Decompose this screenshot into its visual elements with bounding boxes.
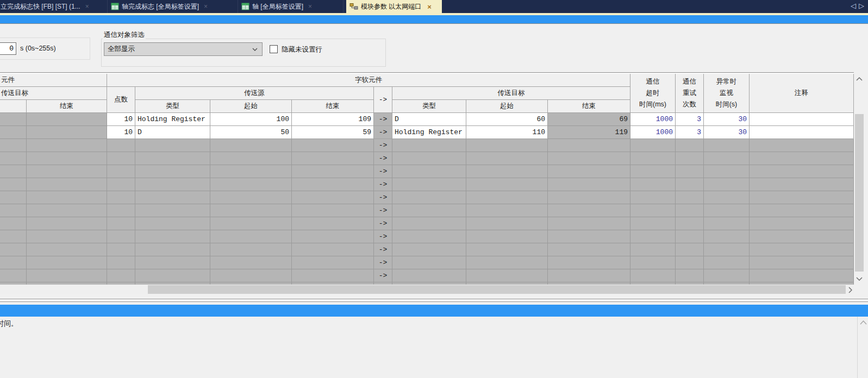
arrow-cell: -> xyxy=(374,139,392,152)
tab-axis-completion-flag[interactable]: 轴完成标志 [全局标签设置] × xyxy=(108,0,238,13)
empty-cell xyxy=(107,243,135,256)
retry-cell[interactable]: 3 xyxy=(676,113,704,126)
tgt-start-cell[interactable]: 60 xyxy=(466,113,548,126)
tab-close-icon[interactable]: × xyxy=(308,3,312,10)
empty-cell xyxy=(107,191,135,204)
empty-cell xyxy=(750,230,854,243)
empty-cell xyxy=(107,139,135,152)
empty-cell xyxy=(107,178,135,191)
empty-cell xyxy=(392,217,466,230)
empty-cell xyxy=(750,256,854,269)
panel-scroll-up-icon[interactable] xyxy=(860,320,867,325)
empty-cell xyxy=(135,204,210,217)
header-error-monitor: 异常时 监视 时间(s) xyxy=(704,74,750,113)
monitor-cell[interactable]: 30 xyxy=(704,113,750,126)
empty-cell xyxy=(750,165,854,178)
empty-cell xyxy=(548,243,630,256)
header-tgt-type: 类型 xyxy=(392,100,466,113)
empty-cell xyxy=(27,256,107,269)
scroll-down-icon[interactable] xyxy=(856,277,863,281)
empty-cell xyxy=(704,139,750,152)
tab-close-icon[interactable]: × xyxy=(427,3,432,11)
tab-close-icon[interactable]: × xyxy=(85,3,89,10)
header-blank xyxy=(0,100,27,113)
bit-end-cell xyxy=(27,113,107,126)
table-vertical-scrollbar[interactable] xyxy=(854,74,865,284)
tab-close-icon[interactable]: × xyxy=(204,3,208,10)
arrow-cell: -> xyxy=(374,178,392,191)
src-end-cell[interactable]: 59 xyxy=(292,126,374,139)
vertical-scroll-thumb[interactable] xyxy=(855,114,864,272)
tab-module-parameter-ethernet[interactable]: 模块参数 以太网端口 × xyxy=(346,0,442,13)
empty-cell xyxy=(135,139,210,152)
empty-cell xyxy=(0,243,27,256)
empty-cell xyxy=(135,230,210,243)
header-comment: 注释 xyxy=(750,74,854,113)
empty-cell xyxy=(292,243,374,256)
src-type-cell[interactable]: Holding Register xyxy=(135,113,210,126)
table-horizontal-scrollbar[interactable] xyxy=(0,285,854,294)
display-filter-dropdown[interactable]: 全部显示 xyxy=(104,42,263,56)
description-text: 时间。 xyxy=(0,319,18,329)
comment-cell[interactable] xyxy=(750,126,854,139)
scroll-right-icon[interactable] xyxy=(848,287,852,293)
empty-cell xyxy=(466,230,548,243)
tab-scroll-left-icon[interactable]: ◁ xyxy=(851,2,859,10)
arrow-cell: -> xyxy=(374,126,392,139)
empty-cell xyxy=(750,204,854,217)
table-row: -> xyxy=(0,165,854,178)
tgt-type-cell[interactable]: D xyxy=(392,113,466,126)
header-transfer-target-left: 传送目标 xyxy=(0,87,107,100)
timeout-cell[interactable]: 1000 xyxy=(630,113,676,126)
module-parameter-icon xyxy=(349,3,358,10)
table-row: 10 D 50 59 -> Holding Register 110 119 1… xyxy=(0,126,854,139)
empty-cell xyxy=(0,204,27,217)
empty-cell xyxy=(135,243,210,256)
comment-cell[interactable] xyxy=(750,113,854,126)
empty-cell xyxy=(704,269,750,282)
empty-cell xyxy=(392,178,466,191)
empty-cell xyxy=(0,230,27,243)
empty-cell xyxy=(210,178,292,191)
selected-header-bar xyxy=(0,15,868,24)
tab-completion-flag-fb[interactable]: 立完成标志快 [FB] [ST] (1... × xyxy=(0,0,108,13)
src-start-cell[interactable]: 50 xyxy=(210,126,292,139)
points-cell[interactable]: 10 xyxy=(107,126,135,139)
hide-unset-rows-checkbox[interactable] xyxy=(270,45,278,53)
timer-value-input[interactable] xyxy=(0,42,16,55)
tgt-start-cell[interactable]: 110 xyxy=(466,126,548,139)
panel-splitter[interactable] xyxy=(0,299,868,302)
empty-cell xyxy=(630,139,676,152)
header-src-type: 类型 xyxy=(135,100,210,113)
arrow-cell: -> xyxy=(374,256,392,269)
empty-cell xyxy=(107,152,135,165)
comm-target-filter-groupbox: 通信对象筛选 全部显示 隐藏未设置行 xyxy=(101,39,386,67)
empty-cell xyxy=(676,217,704,230)
empty-cell xyxy=(0,165,27,178)
empty-cell xyxy=(292,191,374,204)
table-header: 元件 字软元件 通信 超时 时间(ms) 通信 重试 次数 异常时 监视 时间(… xyxy=(0,74,854,113)
src-type-cell[interactable]: D xyxy=(135,126,210,139)
scroll-up-icon[interactable] xyxy=(856,77,863,81)
table-row: -> xyxy=(0,178,854,191)
empty-cell xyxy=(750,152,854,165)
retry-cell[interactable]: 3 xyxy=(676,126,704,139)
tab-scroll-right-icon[interactable]: ▷ xyxy=(859,2,867,10)
table-row: -> xyxy=(0,191,854,204)
empty-cell xyxy=(107,269,135,282)
tab-axis[interactable]: 轴 [全局标签设置] × xyxy=(238,0,344,13)
header-transfer-source: 传送源 xyxy=(135,87,374,100)
points-cell[interactable]: 10 xyxy=(107,113,135,126)
tgt-type-cell[interactable]: Holding Register xyxy=(392,126,466,139)
empty-cell xyxy=(466,152,548,165)
empty-cell xyxy=(630,217,676,230)
empty-cell xyxy=(630,204,676,217)
src-end-cell[interactable]: 109 xyxy=(292,113,374,126)
monitor-cell[interactable]: 30 xyxy=(704,126,750,139)
global-label-icon xyxy=(241,3,249,10)
src-start-cell[interactable]: 100 xyxy=(210,113,292,126)
horizontal-scroll-thumb[interactable] xyxy=(148,285,846,294)
timeout-cell[interactable]: 1000 xyxy=(630,126,676,139)
empty-cell xyxy=(0,269,27,282)
empty-cell xyxy=(107,204,135,217)
